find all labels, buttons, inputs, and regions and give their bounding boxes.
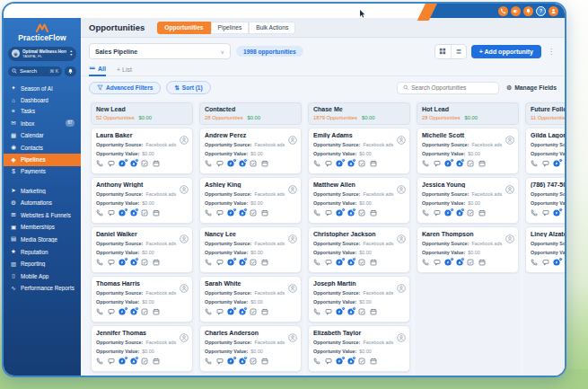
manage-fields-button[interactable]: ⚙ Manage Fields xyxy=(506,84,557,92)
call-icon[interactable] xyxy=(313,209,320,217)
call-icon[interactable] xyxy=(313,259,320,266)
column-header[interactable]: Future Follow Up 11 Opportunities $0.00 xyxy=(525,102,565,125)
call-icon[interactable] xyxy=(422,259,429,266)
drive-icon[interactable]: 1 xyxy=(347,308,355,315)
call-icon[interactable] xyxy=(313,308,320,315)
sms-icon[interactable] xyxy=(434,160,441,167)
messenger-icon[interactable]: 1 xyxy=(336,160,343,167)
drive-icon[interactable]: 1 xyxy=(130,358,137,365)
messenger-icon[interactable]: 1 xyxy=(118,308,126,315)
task-check-icon[interactable] xyxy=(358,308,365,315)
appointment-icon[interactable] xyxy=(478,160,486,167)
task-check-icon[interactable] xyxy=(250,160,257,167)
appointment-icon[interactable] xyxy=(370,308,377,315)
contact-avatar-icon[interactable] xyxy=(397,330,406,339)
task-check-icon[interactable] xyxy=(358,160,365,167)
contact-avatar-icon[interactable] xyxy=(288,181,297,190)
task-check-icon[interactable] xyxy=(467,209,474,217)
tab-all[interactable]: ≔ All xyxy=(89,65,106,76)
task-check-icon[interactable] xyxy=(250,358,257,365)
sidebar-item-websites-funnels[interactable]: ⊞ Websites & Funnels xyxy=(4,208,81,221)
sidebar-item-season-of-ai[interactable]: ✦ Season of AI xyxy=(4,83,81,95)
bell-icon[interactable] xyxy=(523,6,533,16)
sms-icon[interactable] xyxy=(325,259,332,266)
messenger-icon[interactable]: 1 xyxy=(336,259,343,266)
messenger-icon[interactable]: 1 xyxy=(118,358,126,365)
sidebar-search[interactable]: Search ⌘ K xyxy=(8,66,62,76)
contact-avatar-icon[interactable] xyxy=(505,181,514,190)
sidebar-item-reporting[interactable]: ▥ Reporting xyxy=(4,258,81,270)
contact-avatar-icon[interactable] xyxy=(397,181,406,190)
contact-avatar-icon[interactable] xyxy=(505,132,514,141)
appointment-icon[interactable] xyxy=(153,358,160,365)
call-icon[interactable] xyxy=(205,209,212,217)
messenger-icon[interactable]: 1 xyxy=(444,160,452,167)
opportunity-card[interactable]: Anthony Wright Opportunity Source: Faceb… xyxy=(91,177,193,224)
messenger-icon[interactable]: 1 xyxy=(336,209,343,217)
column-header[interactable]: Chase Me 1879 Opportunities $0.00 xyxy=(308,102,410,125)
drive-icon[interactable]: 1 xyxy=(565,160,566,167)
messenger-icon[interactable]: 1 xyxy=(227,209,234,217)
drive-icon[interactable]: 1 xyxy=(565,209,566,217)
appointment-icon[interactable] xyxy=(261,259,268,266)
messenger-icon[interactable]: 1 xyxy=(553,209,560,217)
tab-opportunities[interactable]: Opportunities xyxy=(157,22,210,34)
call-icon[interactable] xyxy=(422,160,429,167)
opportunity-card[interactable]: Christopher Jackson Opportunity Source: … xyxy=(308,226,410,273)
messenger-icon[interactable]: 1 xyxy=(118,160,126,167)
contact-avatar-icon[interactable] xyxy=(288,280,297,289)
opportunity-card[interactable]: Andrew Perez Opportunity Source: Faceboo… xyxy=(199,128,302,174)
call-icon[interactable] xyxy=(96,160,103,167)
call-icon[interactable] xyxy=(96,259,103,266)
opportunity-card[interactable]: Thomas Harris Opportunity Source: Facebo… xyxy=(91,276,193,323)
sidebar-item-tasks[interactable]: ≡ Tasks xyxy=(4,106,81,118)
contact-avatar-icon[interactable] xyxy=(505,231,514,240)
sidebar-item-memberships[interactable]: ▣ Memberships xyxy=(4,221,81,234)
contact-avatar-icon[interactable] xyxy=(397,280,406,289)
appointment-icon[interactable] xyxy=(261,209,268,217)
search-opportunities-input[interactable] xyxy=(411,84,493,91)
task-check-icon[interactable] xyxy=(467,259,474,266)
call-icon[interactable] xyxy=(531,209,538,217)
appointment-icon[interactable] xyxy=(153,160,160,167)
messenger-icon[interactable]: 1 xyxy=(227,308,234,315)
appointment-icon[interactable] xyxy=(261,358,268,365)
appointment-icon[interactable] xyxy=(153,308,160,315)
help-icon[interactable]: ? xyxy=(536,6,546,16)
tab-bulk-actions[interactable]: Bulk Actions xyxy=(249,22,295,34)
messenger-icon[interactable]: 1 xyxy=(336,358,343,365)
messenger-icon[interactable]: 1 xyxy=(444,259,452,266)
contact-avatar-icon[interactable] xyxy=(397,231,406,240)
phone-icon[interactable] xyxy=(498,6,508,16)
column-header[interactable]: New Lead 52 Opportunities $0.00 xyxy=(91,102,193,125)
drive-icon[interactable]: 1 xyxy=(130,209,137,217)
notifications-button[interactable] xyxy=(65,66,76,76)
opportunity-card[interactable]: Laura Baker Opportunity Source: Facebook… xyxy=(91,128,193,174)
task-check-icon[interactable] xyxy=(141,160,148,167)
opportunity-card[interactable]: Karen Thompson Opportunity Source: Faceb… xyxy=(417,226,519,273)
sms-icon[interactable] xyxy=(108,160,115,167)
contact-avatar-icon[interactable] xyxy=(180,132,189,141)
task-check-icon[interactable] xyxy=(141,308,148,315)
messenger-icon[interactable]: 1 xyxy=(553,259,560,266)
call-icon[interactable] xyxy=(313,358,320,365)
drive-icon[interactable]: 1 xyxy=(130,308,137,315)
drive-icon[interactable]: 1 xyxy=(565,259,566,266)
call-icon[interactable] xyxy=(313,160,320,167)
call-icon[interactable] xyxy=(531,160,538,167)
sms-icon[interactable] xyxy=(325,358,332,365)
messenger-icon[interactable]: 1 xyxy=(444,209,452,217)
sidebar-item-reputation[interactable]: ★ Reputation xyxy=(4,245,81,258)
sidebar-item-media-storage[interactable]: ▤ Media Storage xyxy=(4,234,81,246)
appointment-icon[interactable] xyxy=(153,259,160,266)
sort-button[interactable]: ⇅ Sort (1) xyxy=(166,81,210,94)
messenger-icon[interactable]: 1 xyxy=(227,259,234,266)
appointment-icon[interactable] xyxy=(370,160,377,167)
drive-icon[interactable]: 1 xyxy=(456,259,463,266)
contact-avatar-icon[interactable] xyxy=(180,231,189,240)
sms-icon[interactable] xyxy=(325,308,332,315)
appointment-icon[interactable] xyxy=(370,259,377,266)
opportunity-card[interactable]: Charles Anderson Opportunity Source: Fac… xyxy=(199,325,302,372)
drive-icon[interactable]: 1 xyxy=(347,209,355,217)
drive-icon[interactable]: 1 xyxy=(347,259,355,266)
